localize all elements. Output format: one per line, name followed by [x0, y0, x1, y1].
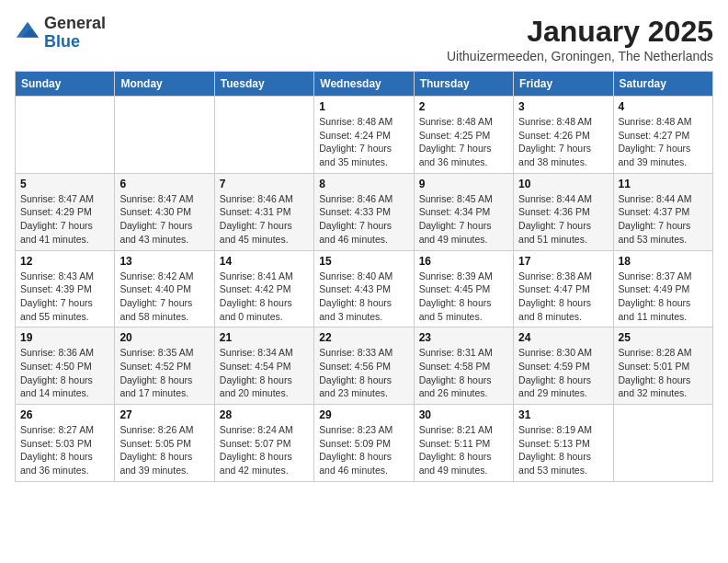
- day-number: 29: [319, 408, 408, 421]
- day-number: 13: [119, 255, 209, 268]
- calendar-week-5: 26Sunrise: 8:27 AM Sunset: 5:03 PM Dayli…: [16, 405, 713, 482]
- calendar-cell: 7Sunrise: 8:46 AM Sunset: 4:31 PM Daylig…: [214, 173, 313, 250]
- day-number: 15: [319, 255, 408, 268]
- day-number: 19: [20, 331, 109, 344]
- weekday-header-thursday: Thursday: [414, 72, 513, 97]
- day-info: Sunrise: 8:34 AM Sunset: 4:54 PM Dayligh…: [220, 346, 309, 400]
- day-info: Sunrise: 8:31 AM Sunset: 4:58 PM Dayligh…: [419, 346, 508, 400]
- calendar-cell: 22Sunrise: 8:33 AM Sunset: 4:56 PM Dayli…: [314, 327, 414, 405]
- weekday-header-saturday: Saturday: [613, 72, 712, 97]
- weekday-header-sunday: Sunday: [16, 72, 115, 97]
- calendar-cell: 19Sunrise: 8:36 AM Sunset: 4:50 PM Dayli…: [16, 327, 115, 405]
- day-number: 27: [119, 408, 209, 421]
- day-info: Sunrise: 8:27 AM Sunset: 5:03 PM Dayligh…: [20, 423, 109, 477]
- calendar-cell: 20Sunrise: 8:35 AM Sunset: 4:52 PM Dayli…: [115, 327, 214, 405]
- day-number: 21: [220, 331, 309, 344]
- day-info: Sunrise: 8:24 AM Sunset: 5:07 PM Dayligh…: [220, 423, 309, 477]
- day-number: 11: [619, 178, 708, 190]
- day-info: Sunrise: 8:37 AM Sunset: 4:49 PM Dayligh…: [619, 270, 708, 324]
- day-info: Sunrise: 8:38 AM Sunset: 4:47 PM Dayligh…: [518, 270, 608, 324]
- day-info: Sunrise: 8:35 AM Sunset: 4:52 PM Dayligh…: [119, 346, 209, 400]
- calendar-cell: 5Sunrise: 8:47 AM Sunset: 4:29 PM Daylig…: [16, 173, 115, 250]
- calendar-cell: 8Sunrise: 8:46 AM Sunset: 4:33 PM Daylig…: [314, 173, 414, 250]
- weekday-header-monday: Monday: [115, 72, 214, 97]
- calendar-cell: 29Sunrise: 8:23 AM Sunset: 5:09 PM Dayli…: [314, 405, 414, 482]
- calendar-cell: 4Sunrise: 8:48 AM Sunset: 4:27 PM Daylig…: [613, 97, 712, 174]
- day-number: 30: [419, 408, 508, 421]
- calendar-cell: 31Sunrise: 8:19 AM Sunset: 5:13 PM Dayli…: [514, 405, 613, 482]
- day-number: 8: [319, 178, 408, 190]
- calendar-cell: 24Sunrise: 8:30 AM Sunset: 4:59 PM Dayli…: [514, 327, 613, 405]
- day-number: 2: [419, 100, 508, 113]
- calendar-header: SundayMondayTuesdayWednesdayThursdayFrid…: [16, 72, 713, 97]
- day-info: Sunrise: 8:44 AM Sunset: 4:36 PM Dayligh…: [518, 192, 608, 247]
- calendar-cell: [214, 97, 313, 174]
- day-number: 1: [319, 100, 408, 113]
- day-info: Sunrise: 8:47 AM Sunset: 4:30 PM Dayligh…: [119, 192, 209, 247]
- day-info: Sunrise: 8:48 AM Sunset: 4:26 PM Dayligh…: [518, 115, 608, 169]
- calendar-cell: 15Sunrise: 8:40 AM Sunset: 4:43 PM Dayli…: [314, 250, 414, 327]
- page-header: General Blue January 2025 Uithuizermeede…: [15, 15, 713, 63]
- calendar-cell: [115, 97, 214, 174]
- day-info: Sunrise: 8:28 AM Sunset: 5:01 PM Dayligh…: [619, 346, 708, 400]
- calendar-cell: 28Sunrise: 8:24 AM Sunset: 5:07 PM Dayli…: [214, 405, 313, 482]
- calendar-cell: 17Sunrise: 8:38 AM Sunset: 4:47 PM Dayli…: [514, 250, 613, 327]
- calendar-cell: 2Sunrise: 8:48 AM Sunset: 4:25 PM Daylig…: [414, 97, 513, 174]
- calendar-cell: 3Sunrise: 8:48 AM Sunset: 4:26 PM Daylig…: [514, 97, 613, 174]
- day-number: 22: [319, 331, 408, 344]
- day-info: Sunrise: 8:43 AM Sunset: 4:39 PM Dayligh…: [20, 270, 109, 324]
- day-number: 14: [220, 255, 309, 268]
- day-number: 24: [518, 331, 608, 344]
- day-info: Sunrise: 8:23 AM Sunset: 5:09 PM Dayligh…: [319, 423, 408, 477]
- day-number: 26: [20, 408, 109, 421]
- calendar-cell: 16Sunrise: 8:39 AM Sunset: 4:45 PM Dayli…: [414, 250, 513, 327]
- calendar-cell: 26Sunrise: 8:27 AM Sunset: 5:03 PM Dayli…: [16, 405, 115, 482]
- calendar-cell: [613, 405, 712, 482]
- weekday-header-tuesday: Tuesday: [214, 72, 313, 97]
- day-info: Sunrise: 8:26 AM Sunset: 5:05 PM Dayligh…: [119, 423, 209, 477]
- calendar-cell: 14Sunrise: 8:41 AM Sunset: 4:42 PM Dayli…: [214, 250, 313, 327]
- location-subtitle: Uithuizermeeden, Groningen, The Netherla…: [447, 49, 713, 63]
- day-number: 7: [220, 178, 309, 190]
- day-number: 10: [518, 178, 608, 190]
- day-info: Sunrise: 8:41 AM Sunset: 4:42 PM Dayligh…: [220, 270, 309, 324]
- calendar-table: SundayMondayTuesdayWednesdayThursdayFrid…: [15, 71, 713, 482]
- calendar-cell: 30Sunrise: 8:21 AM Sunset: 5:11 PM Dayli…: [414, 405, 513, 482]
- calendar-cell: 11Sunrise: 8:44 AM Sunset: 4:37 PM Dayli…: [613, 173, 712, 250]
- day-number: 18: [619, 255, 708, 268]
- weekday-header-wednesday: Wednesday: [314, 72, 414, 97]
- day-info: Sunrise: 8:47 AM Sunset: 4:29 PM Dayligh…: [20, 192, 109, 247]
- day-number: 6: [119, 178, 209, 190]
- day-number: 25: [619, 331, 708, 344]
- calendar-week-2: 5Sunrise: 8:47 AM Sunset: 4:29 PM Daylig…: [16, 173, 713, 250]
- calendar-cell: 13Sunrise: 8:42 AM Sunset: 4:40 PM Dayli…: [115, 250, 214, 327]
- day-number: 4: [619, 100, 708, 113]
- calendar-cell: 18Sunrise: 8:37 AM Sunset: 4:49 PM Dayli…: [613, 250, 712, 327]
- calendar-week-3: 12Sunrise: 8:43 AM Sunset: 4:39 PM Dayli…: [16, 250, 713, 327]
- day-info: Sunrise: 8:45 AM Sunset: 4:34 PM Dayligh…: [419, 192, 508, 247]
- day-info: Sunrise: 8:46 AM Sunset: 4:33 PM Dayligh…: [319, 192, 408, 247]
- calendar-week-4: 19Sunrise: 8:36 AM Sunset: 4:50 PM Dayli…: [16, 327, 713, 405]
- weekday-header-friday: Friday: [514, 72, 613, 97]
- day-info: Sunrise: 8:19 AM Sunset: 5:13 PM Dayligh…: [518, 423, 608, 477]
- calendar-cell: 21Sunrise: 8:34 AM Sunset: 4:54 PM Dayli…: [214, 327, 313, 405]
- calendar-cell: [16, 97, 115, 174]
- calendar-week-1: 1Sunrise: 8:48 AM Sunset: 4:24 PM Daylig…: [16, 97, 713, 174]
- day-number: 16: [419, 255, 508, 268]
- day-info: Sunrise: 8:44 AM Sunset: 4:37 PM Dayligh…: [619, 192, 708, 247]
- calendar-cell: 27Sunrise: 8:26 AM Sunset: 5:05 PM Dayli…: [115, 405, 214, 482]
- day-info: Sunrise: 8:48 AM Sunset: 4:27 PM Dayligh…: [619, 115, 708, 169]
- day-info: Sunrise: 8:48 AM Sunset: 4:25 PM Dayligh…: [419, 115, 508, 169]
- day-number: 20: [119, 331, 209, 344]
- day-number: 3: [518, 100, 608, 113]
- calendar-cell: 23Sunrise: 8:31 AM Sunset: 4:58 PM Dayli…: [414, 327, 513, 405]
- logo-general-text: General: [44, 14, 106, 32]
- calendar-cell: 9Sunrise: 8:45 AM Sunset: 4:34 PM Daylig…: [414, 173, 513, 250]
- title-block: January 2025 Uithuizermeeden, Groningen,…: [447, 15, 713, 63]
- day-number: 23: [419, 331, 508, 344]
- day-info: Sunrise: 8:40 AM Sunset: 4:43 PM Dayligh…: [319, 270, 408, 324]
- calendar-cell: 1Sunrise: 8:48 AM Sunset: 4:24 PM Daylig…: [314, 97, 414, 174]
- day-number: 12: [20, 255, 109, 268]
- day-number: 17: [518, 255, 608, 268]
- day-number: 31: [518, 408, 608, 421]
